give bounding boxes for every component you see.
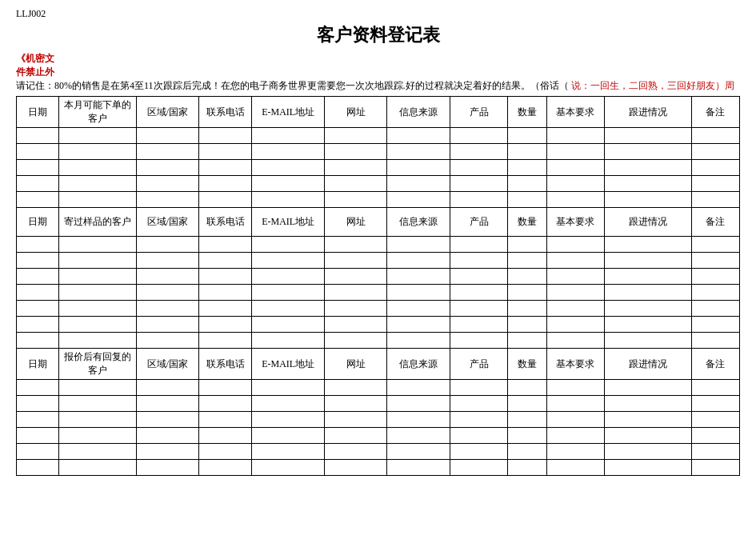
notice-line2: 件禁止外 <box>16 66 740 79</box>
col-source: 信息来源 <box>387 97 450 128</box>
s2-col-requirements: 基本要求 <box>546 208 604 237</box>
col-customer1: 本月可能下单的客户 <box>59 97 137 128</box>
s3-data-row-6 <box>17 460 740 476</box>
s3-col-requirements: 基本要求 <box>546 349 604 380</box>
s3-col-customer: 报价后有回复的客户 <box>59 349 137 380</box>
notice-line3: 请记住：80%的销售是在第4至11次跟踪后完成！在您的电子商务世界更需要您一次次… <box>16 79 740 93</box>
s3-data-row-3 <box>17 412 740 428</box>
s2-col-email: E-MAIL地址 <box>252 208 325 237</box>
s2-col-customer: 寄过样品的客户 <box>59 208 137 237</box>
s2-col-phone: 联系电话 <box>199 208 252 237</box>
s3-col-remarks: 备注 <box>691 349 739 380</box>
s3-col-product: 产品 <box>450 349 507 380</box>
section1-header-row: 日期 本月可能下单的客户 区域/国家 联系电话 E-MAIL地址 网址 信息来源… <box>17 97 740 128</box>
s3-col-followup: 跟进情况 <box>604 349 691 380</box>
s2-col-remarks: 备注 <box>691 208 739 237</box>
col-requirements: 基本要求 <box>546 97 604 128</box>
s2-col-product: 产品 <box>450 208 507 237</box>
col-product: 产品 <box>450 97 507 128</box>
s2-col-website: 网址 <box>324 208 386 237</box>
col-email: E-MAIL地址 <box>252 97 325 128</box>
page-title: 客户资料登记表 <box>16 23 740 47</box>
s3-data-row-4 <box>17 428 740 444</box>
notice-line1: 《机密文 <box>16 52 740 66</box>
col-region: 区域/国家 <box>136 97 198 128</box>
s1-data-row-2 <box>17 144 740 160</box>
s3-col-date: 日期 <box>17 349 59 380</box>
s3-col-region: 区域/国家 <box>136 349 198 380</box>
page: LLJ002 客户资料登记表 《机密文 件禁止外 请记住：80%的销售是在第4至… <box>0 0 756 535</box>
section2-header-row: 日期 寄过样品的客户 区域/国家 联系电话 E-MAIL地址 网址 信息来源 产… <box>17 208 740 237</box>
s3-col-quantity: 数量 <box>508 349 546 380</box>
s3-col-website: 网址 <box>324 349 386 380</box>
s2-col-quantity: 数量 <box>508 208 546 237</box>
main-table: 日期 本月可能下单的客户 区域/国家 联系电话 E-MAIL地址 网址 信息来源… <box>16 96 740 476</box>
col-quantity: 数量 <box>508 97 546 128</box>
notice-section: 《机密文 件禁止外 请记住：80%的销售是在第4至11次跟踪后完成！在您的电子商… <box>16 52 740 93</box>
s3-data-row-1 <box>17 380 740 396</box>
s3-col-source: 信息来源 <box>387 349 450 380</box>
s2-data-row-6 <box>17 317 740 333</box>
s2-data-row-7 <box>17 333 740 349</box>
s2-col-followup: 跟进情况 <box>604 208 691 237</box>
section3-header-row: 日期 报价后有回复的客户 区域/国家 联系电话 E-MAIL地址 网址 信息来源… <box>17 349 740 380</box>
s3-data-row-5 <box>17 444 740 460</box>
s2-data-row-1 <box>17 237 740 253</box>
s2-data-row-4 <box>17 285 740 301</box>
s1-data-row-5 <box>17 192 740 208</box>
col-followup: 跟进情况 <box>604 97 691 128</box>
col-remarks: 备注 <box>691 97 739 128</box>
doc-id: LLJ002 <box>16 8 740 20</box>
s2-col-source: 信息来源 <box>387 208 450 237</box>
s3-col-email: E-MAIL地址 <box>252 349 325 380</box>
col-date: 日期 <box>17 97 59 128</box>
col-phone: 联系电话 <box>199 97 252 128</box>
s2-col-region: 区域/国家 <box>136 208 198 237</box>
s3-col-phone: 联系电话 <box>199 349 252 380</box>
s3-data-row-2 <box>17 396 740 412</box>
s1-data-row-3 <box>17 160 740 176</box>
s2-col-date: 日期 <box>17 208 59 237</box>
s2-data-row-5 <box>17 301 740 317</box>
col-website: 网址 <box>324 97 386 128</box>
s2-data-row-3 <box>17 269 740 285</box>
s1-data-row-4 <box>17 176 740 192</box>
s2-data-row-2 <box>17 253 740 269</box>
s1-data-row-1 <box>17 128 740 144</box>
